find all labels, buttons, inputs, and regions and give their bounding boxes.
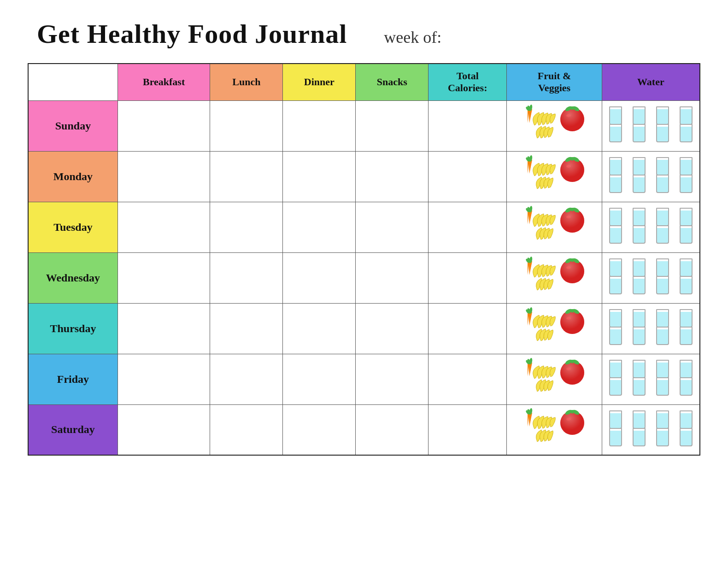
dinner-cell-0[interactable] [283,100,356,151]
snacks-cell-3[interactable] [356,252,429,303]
food-journal-table: Breakfast Lunch Dinner Snacks TotalCalor… [28,63,700,456]
svg-point-34 [569,208,575,211]
water-glass [609,413,622,429]
water-cell-1 [602,151,700,202]
lunch-cell-6[interactable] [210,404,283,455]
calories-cell-4[interactable] [429,303,507,354]
svg-point-78 [560,411,584,435]
svg-point-54 [560,310,584,334]
table-row: Sunday [28,100,700,151]
breakfast-cell-2[interactable] [117,202,210,252]
dinner-cell-3[interactable] [283,252,356,303]
water-glass [656,363,669,378]
fruit-veggies-cell-2 [507,202,602,252]
snacks-cell-2[interactable] [356,202,429,252]
fruit-veggies-cell-1 [507,151,602,202]
water-glass [609,380,622,396]
th-breakfast: Breakfast [117,64,210,100]
dinner-cell-5[interactable] [283,354,356,404]
water-glass [680,261,693,277]
lunch-cell-2[interactable] [210,202,283,252]
water-glass [609,211,622,226]
water-glass [656,261,669,277]
water-glass [680,127,693,142]
dinner-cell-6[interactable] [283,404,356,455]
water-glass [680,380,693,396]
water-glass [680,312,693,328]
water-glass [656,109,669,125]
svg-point-23 [566,165,571,168]
dinner-cell-1[interactable] [283,151,356,202]
week-of-label: week of: [384,28,441,47]
lunch-cell-4[interactable] [210,303,283,354]
day-cell-wednesday: Wednesday [28,252,117,303]
water-cell-0 [602,100,700,151]
svg-point-83 [566,418,571,421]
calories-cell-0[interactable] [429,100,507,151]
water-cell-6 [602,404,700,455]
water-glass [633,279,646,294]
fruit-veggies-cell-3 [507,252,602,303]
lunch-cell-1[interactable] [210,151,283,202]
snacks-cell-0[interactable] [356,100,429,151]
water-glass [609,127,622,142]
lunch-cell-5[interactable] [210,354,283,404]
water-glass [680,329,693,345]
calories-cell-6[interactable] [429,404,507,455]
snacks-cell-4[interactable] [356,303,429,354]
calories-cell-5[interactable] [429,354,507,404]
dinner-cell-4[interactable] [283,303,356,354]
table-row: Thursday [28,303,700,354]
water-glass [633,160,646,176]
table-row: Saturday [28,404,700,455]
snacks-cell-6[interactable] [356,404,429,455]
lunch-cell-0[interactable] [210,100,283,151]
breakfast-cell-5[interactable] [117,354,210,404]
water-glass [680,109,693,125]
table-row: Friday [28,354,700,404]
svg-point-59 [566,317,571,320]
svg-point-66 [560,361,584,385]
water-glass [609,363,622,378]
table-row: Tuesday [28,202,700,252]
water-glass [633,261,646,277]
water-glass [633,329,646,345]
water-glass [656,211,669,226]
page-title: Get Healthy Food Journal [37,18,347,49]
water-glasses-grid [605,109,697,142]
fruit-veggies-cell-0 [507,100,602,151]
table-row: Monday [28,151,700,202]
svg-point-35 [566,216,571,218]
snacks-cell-5[interactable] [356,354,429,404]
breakfast-cell-1[interactable] [117,151,210,202]
day-cell-saturday: Saturday [28,404,117,455]
breakfast-cell-4[interactable] [117,303,210,354]
water-cell-2 [602,202,700,252]
water-glass [656,228,669,244]
svg-point-58 [569,309,575,312]
calories-cell-3[interactable] [429,252,507,303]
water-glass [633,228,646,244]
water-cell-5 [602,354,700,404]
water-glass [680,363,693,378]
water-glass [680,279,693,294]
water-glass [633,413,646,429]
snacks-cell-1[interactable] [356,151,429,202]
calories-cell-1[interactable] [429,151,507,202]
th-lunch: Lunch [210,64,283,100]
water-glass [609,261,622,277]
water-glass [656,380,669,396]
svg-point-18 [560,158,584,182]
breakfast-cell-6[interactable] [117,404,210,455]
water-glass [656,431,669,446]
water-glass [680,177,693,193]
breakfast-cell-3[interactable] [117,252,210,303]
th-dinner: Dinner [283,64,356,100]
lunch-cell-3[interactable] [210,252,283,303]
breakfast-cell-0[interactable] [117,100,210,151]
water-glass [609,431,622,446]
water-glass [633,431,646,446]
water-glass [609,160,622,176]
dinner-cell-2[interactable] [283,202,356,252]
calories-cell-2[interactable] [429,202,507,252]
